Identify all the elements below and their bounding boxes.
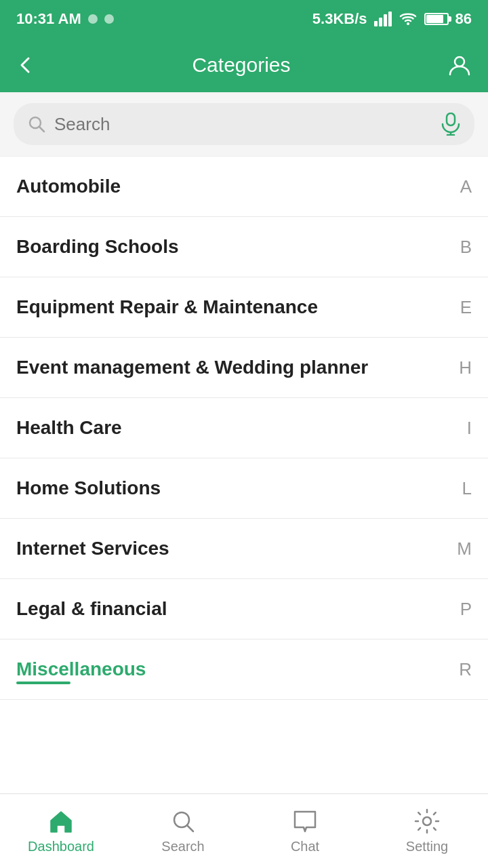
svg-rect-7 <box>447 113 455 125</box>
category-item[interactable]: Health CareI <box>0 398 488 458</box>
wifi-icon <box>399 12 418 26</box>
status-bar: 10:31 AM 5.3KB/s 86 <box>0 0 488 38</box>
category-item[interactable]: Boarding SchoolsB <box>0 217 488 277</box>
back-button[interactable] <box>16 56 35 75</box>
category-list: AutomobileABoarding SchoolsBEquipment Re… <box>0 157 488 700</box>
category-letter: B <box>453 237 472 258</box>
status-time: 10:31 AM <box>16 10 81 28</box>
svg-point-4 <box>407 22 409 25</box>
dashboard-icon <box>47 808 75 835</box>
category-letter: P <box>453 599 472 620</box>
status-left: 10:31 AM <box>16 10 114 28</box>
status-right: 5.3KB/s 86 <box>312 10 472 28</box>
category-label: Legal & financial <box>16 598 167 620</box>
category-item[interactable]: AutomobileA <box>0 157 488 217</box>
chat-nav-icon <box>291 808 319 835</box>
category-label: Event management & Wedding planner <box>16 357 368 378</box>
network-speed: 5.3KB/s <box>312 10 367 28</box>
status-dot-2 <box>104 14 114 24</box>
svg-point-5 <box>455 57 464 66</box>
nav-label-dashboard: Dashboard <box>28 839 94 854</box>
nav-item-setting[interactable]: Setting <box>366 801 488 861</box>
category-label: Automobile <box>16 176 121 197</box>
category-letter: E <box>453 297 472 318</box>
category-label: Health Care <box>16 417 122 439</box>
category-item[interactable]: Home SolutionsL <box>0 458 488 519</box>
search-input[interactable] <box>54 114 432 135</box>
status-dot-1 <box>88 14 98 24</box>
category-item[interactable]: Event management & Wedding plannerH <box>0 338 488 398</box>
profile-button[interactable] <box>447 53 472 77</box>
page-title: Categories <box>192 54 290 77</box>
category-label: Miscellaneous <box>16 658 146 680</box>
top-nav: Categories <box>0 38 488 92</box>
category-letter: M <box>453 538 472 559</box>
nav-item-dashboard[interactable]: Dashboard <box>0 801 122 861</box>
category-item[interactable]: Equipment Repair & MaintenanceE <box>0 277 488 338</box>
category-letter: H <box>453 357 472 378</box>
category-label: Boarding Schools <box>16 236 179 258</box>
nav-label-chat: Chat <box>291 839 319 854</box>
battery-icon <box>424 13 449 25</box>
category-label: Equipment Repair & Maintenance <box>16 296 318 318</box>
search-container <box>0 92 488 157</box>
setting-nav-icon <box>413 808 441 835</box>
nav-item-search[interactable]: Search <box>122 801 244 861</box>
nav-label-search: Search <box>161 839 204 854</box>
bottom-nav: Dashboard Search Chat Setting <box>0 793 488 868</box>
search-bar[interactable] <box>14 103 474 145</box>
search-nav-icon <box>169 808 197 835</box>
nav-item-chat[interactable]: Chat <box>244 801 366 861</box>
category-letter: I <box>453 418 472 439</box>
svg-rect-1 <box>379 18 382 26</box>
category-letter: R <box>453 659 472 680</box>
microphone-icon[interactable] <box>441 113 461 136</box>
svg-point-11 <box>423 817 431 825</box>
signal-icon <box>374 12 392 26</box>
svg-rect-2 <box>384 14 387 26</box>
nav-label-setting: Setting <box>406 839 448 854</box>
svg-rect-0 <box>374 21 378 26</box>
category-label: Home Solutions <box>16 477 161 499</box>
category-item[interactable]: Internet ServicesM <box>0 519 488 579</box>
category-letter: L <box>453 478 472 499</box>
svg-rect-3 <box>388 12 392 26</box>
category-item[interactable]: Legal & financialP <box>0 579 488 639</box>
search-icon <box>27 115 46 134</box>
category-label: Internet Services <box>16 538 169 559</box>
battery-percent: 86 <box>455 10 472 28</box>
category-letter: A <box>453 176 472 197</box>
category-item[interactable]: MiscellaneousR <box>0 639 488 700</box>
